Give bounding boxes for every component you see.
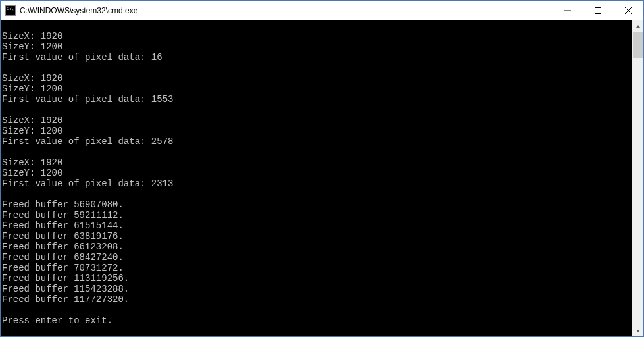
window-title: C:\WINDOWS\system32\cmd.exe <box>20 6 553 15</box>
maximize-button[interactable] <box>583 1 613 20</box>
close-button[interactable] <box>613 1 643 20</box>
scroll-thumb[interactable] <box>633 32 643 58</box>
chevron-down-icon <box>635 328 641 334</box>
close-icon <box>625 7 632 14</box>
svg-rect-1 <box>595 7 601 13</box>
maximize-icon <box>595 7 601 14</box>
titlebar[interactable]: C:\WINDOWS\system32\cmd.exe <box>1 1 643 20</box>
scroll-down-button[interactable] <box>632 325 643 336</box>
window-controls <box>553 1 643 20</box>
content-area: SizeX: 1920 SizeY: 1200 First value of p… <box>1 20 643 336</box>
vertical-scrollbar[interactable] <box>632 20 643 336</box>
scroll-up-button[interactable] <box>632 20 643 32</box>
console-output[interactable]: SizeX: 1920 SizeY: 1200 First value of p… <box>1 20 632 336</box>
cmd-window: C:\WINDOWS\system32\cmd.exe SizeX: 1920 … <box>0 0 644 337</box>
chevron-up-icon <box>635 24 641 29</box>
scroll-track[interactable] <box>632 32 643 325</box>
cmd-icon <box>5 5 16 16</box>
minimize-icon <box>564 7 571 14</box>
minimize-button[interactable] <box>553 1 583 20</box>
